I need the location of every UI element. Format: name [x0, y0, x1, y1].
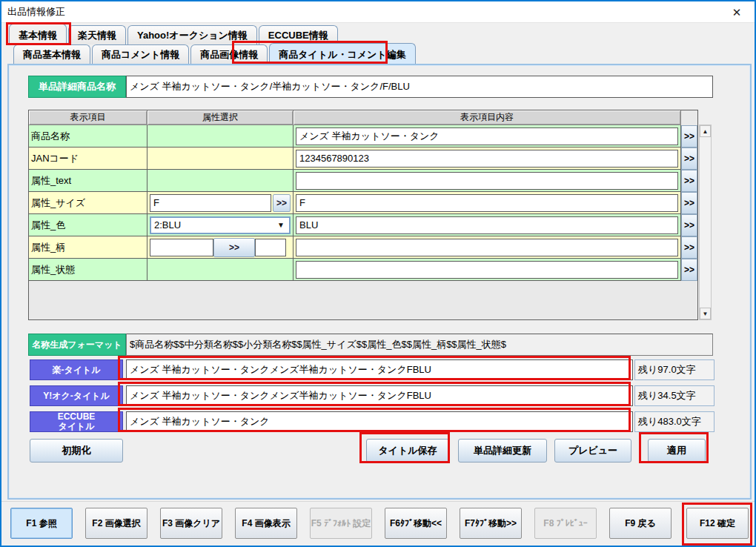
tab-title-comment-edit[interactable]: 商品タイトル・コメント編集 [269, 43, 415, 64]
attr-select-cell [147, 147, 294, 170]
table-scrollbar[interactable]: ▲ ▼ [699, 125, 712, 320]
tab-rakuten-info[interactable]: 楽天情報 [68, 25, 126, 44]
f3-image-clear-button[interactable]: F3 画像クリア [160, 508, 222, 539]
detail-product-name-label: 単品詳細商品名称 [28, 76, 126, 98]
tab-product-basic[interactable]: 商品基本情報 [13, 44, 90, 64]
attr-color-dropdown[interactable]: 2:BLU ▼ [150, 216, 291, 234]
top-tab-bar: 基本情報 楽天情報 Yahoo!オークション情報 ECCUBE情報 [9, 24, 338, 44]
init-button[interactable]: 初期化 [30, 439, 123, 463]
attr-select-cell [147, 125, 294, 147]
table-row: 属性_サイズ >> >> [29, 192, 697, 214]
row-transfer-button[interactable]: >> [681, 259, 697, 281]
row-label: 属性_色 [29, 214, 147, 236]
row-transfer-button[interactable]: >> [681, 170, 697, 192]
attr-select-cell: >> [147, 236, 294, 259]
dropdown-selected-value: 2:BLU [151, 219, 273, 231]
tab-eccube-info[interactable]: ECCUBE情報 [259, 25, 338, 44]
row-transfer-button[interactable]: >> [681, 192, 697, 214]
attr-select-cell [147, 170, 294, 192]
attr-pattern-input-2[interactable] [255, 239, 286, 256]
header-attr-select: 属性選択 [147, 110, 294, 125]
attr-size-input[interactable] [150, 194, 271, 212]
table-row: 属性_text >> [29, 170, 697, 192]
close-icon[interactable]: ✕ [728, 4, 746, 20]
table-row: 属性_柄 >> >> [29, 236, 697, 259]
tab-product-image[interactable]: 商品画像情報 [190, 44, 268, 64]
row-transfer-button[interactable]: >> [681, 125, 697, 147]
table-row: JANコード >> [29, 147, 697, 170]
eccube-remaining-chars: 残り483.0文字 [634, 411, 714, 432]
f7-tab-move-next-button[interactable]: F7ﾀﾌﾞ移動>> [460, 508, 522, 539]
attr-select-cell: 2:BLU ▼ [147, 214, 294, 236]
row-label: 属性_状態 [29, 259, 147, 281]
detail-product-name-input[interactable] [126, 76, 713, 98]
row-label: 属性_サイズ [29, 192, 147, 214]
attr-size-pick-button[interactable]: >> [273, 194, 291, 212]
update-detail-button[interactable]: 単品詳細更新 [458, 439, 547, 463]
row-value-input[interactable] [296, 172, 678, 190]
f5-default-settings-button: F5 ﾃﾞﾌｫﾙﾄ 設定 [310, 508, 372, 539]
table-header-row: 表示項目 属性選択 表示項目内容 [29, 110, 697, 125]
header-display-item: 表示項目 [29, 110, 147, 125]
table-row: 商品名称 >> [29, 125, 697, 147]
f2-image-select-button[interactable]: F2 画像選択 [85, 508, 147, 539]
scroll-down-icon[interactable]: ▼ [700, 308, 711, 319]
row-label: 属性_text [29, 170, 147, 192]
row-value-input[interactable] [296, 239, 678, 256]
eccube-title-input[interactable] [126, 411, 633, 432]
f4-image-show-button[interactable]: F4 画像表示 [235, 508, 297, 539]
row-label: 商品名称 [29, 125, 147, 147]
tab-product-comment[interactable]: 商品コメント情報 [92, 44, 189, 64]
f8-preview-button: F8 ﾌﾟﾚﾋﾞｭｰ [534, 508, 597, 539]
attr-select-cell [147, 259, 294, 281]
attribute-grid: 表示項目 属性選択 表示項目内容 商品名称 >> JANコード [28, 110, 698, 320]
f9-back-button[interactable]: F9 戻る [609, 508, 672, 539]
header-display-content: 表示項目内容 [294, 110, 681, 125]
tab-yahoo-auction-info[interactable]: Yahoo!オークション情報 [127, 25, 257, 44]
f6-tab-move-prev-button[interactable]: F6ﾀﾌﾞ移動<< [385, 508, 447, 539]
yahoo-remaining-chars: 残り34.5文字 [634, 385, 714, 406]
row-value-input[interactable] [296, 150, 678, 168]
tab-basic-info[interactable]: 基本情報 [9, 24, 67, 44]
attribute-table: 表示項目 属性選択 表示項目内容 商品名称 >> JANコード [28, 110, 712, 320]
name-format-label: 名称生成フォーマット [28, 334, 126, 356]
attr-pattern-pick-button[interactable]: >> [213, 238, 255, 257]
function-key-bar: F1 参照 F2 画像選択 F3 画像クリア F4 画像表示 F5 ﾃﾞﾌｫﾙﾄ… [1, 501, 755, 546]
preview-button[interactable]: プレビュー [554, 439, 631, 463]
row-value-input[interactable] [296, 194, 678, 212]
table-row: 属性_色 2:BLU ▼ >> [29, 214, 697, 236]
f1-browse-button[interactable]: F1 参照 [10, 508, 73, 539]
table-row: 属性_状態 >> [29, 259, 697, 281]
yahoo-title-input[interactable] [126, 385, 633, 406]
header-cap [681, 110, 697, 125]
row-transfer-button[interactable]: >> [681, 236, 697, 259]
sub-tab-bar: 商品基本情報 商品コメント情報 商品画像情報 商品タイトル・コメント編集 [13, 44, 416, 64]
rakuten-title-label: 楽-タイトル [30, 359, 123, 380]
row-transfer-button[interactable]: >> [681, 147, 697, 170]
attr-select-cell: >> [147, 192, 294, 214]
row-label: JANコード [29, 147, 147, 170]
row-value-input[interactable] [296, 216, 678, 234]
scroll-up-icon[interactable]: ▲ [700, 125, 711, 137]
window-title: 出品情報修正 [7, 5, 65, 19]
attr-pattern-input[interactable] [150, 239, 213, 256]
row-transfer-button[interactable]: >> [681, 214, 697, 236]
apply-button[interactable]: 適用 [648, 439, 706, 463]
rakuten-title-input[interactable] [126, 359, 633, 380]
eccube-label-line2: タイトル [58, 422, 94, 431]
yahoo-title-label: Y!オク-タイトル [30, 385, 123, 406]
eccube-title-label: ECCUBE タイトル [30, 411, 123, 432]
row-label: 属性_柄 [29, 236, 147, 259]
f12-confirm-button[interactable]: F12 確定 [686, 508, 749, 539]
name-format-value: $商品名称$$中分類名称$$小分類名称$$属性_サイズ$$属性_色$$属性_柄$… [126, 334, 713, 356]
row-value-input[interactable] [296, 127, 678, 145]
app-window: 出品情報修正 ✕ 基本情報 楽天情報 Yahoo!オークション情報 ECCUBE… [0, 0, 756, 547]
tab-content-panel: 単品詳細商品名称 表示項目 属性選択 表示項目内容 商品名称 >> [7, 64, 752, 500]
chevron-down-icon[interactable]: ▼ [273, 221, 289, 229]
rakuten-remaining-chars: 残り97.0文字 [634, 359, 714, 380]
title-bar: 出品情報修正 ✕ [1, 1, 755, 23]
save-title-button[interactable]: タイトル保存 [366, 439, 449, 463]
row-value-input[interactable] [296, 261, 678, 279]
